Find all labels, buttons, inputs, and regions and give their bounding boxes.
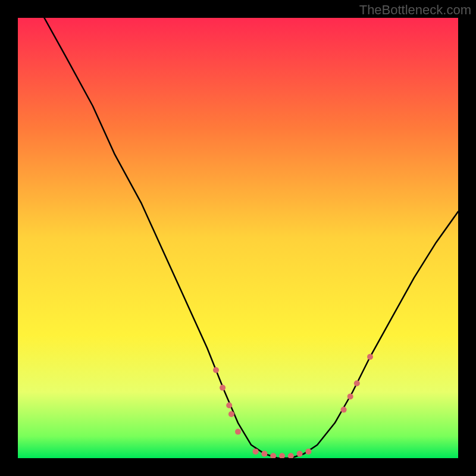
chart-container [18, 18, 458, 458]
highlight-point [228, 411, 234, 417]
highlight-point [367, 354, 373, 360]
watermark-text: TheBottleneck.com [359, 2, 471, 18]
highlight-point [261, 451, 267, 457]
highlight-point [347, 393, 353, 399]
highlight-point [213, 367, 219, 373]
highlight-point [220, 385, 226, 391]
highlight-point [305, 449, 311, 455]
highlight-point [226, 402, 232, 408]
highlight-point [341, 407, 347, 413]
highlight-point [235, 429, 241, 435]
highlight-point [253, 449, 259, 455]
highlight-point [354, 380, 360, 386]
chart-svg [18, 18, 458, 458]
highlight-point [297, 451, 303, 457]
gradient-background [18, 18, 458, 458]
